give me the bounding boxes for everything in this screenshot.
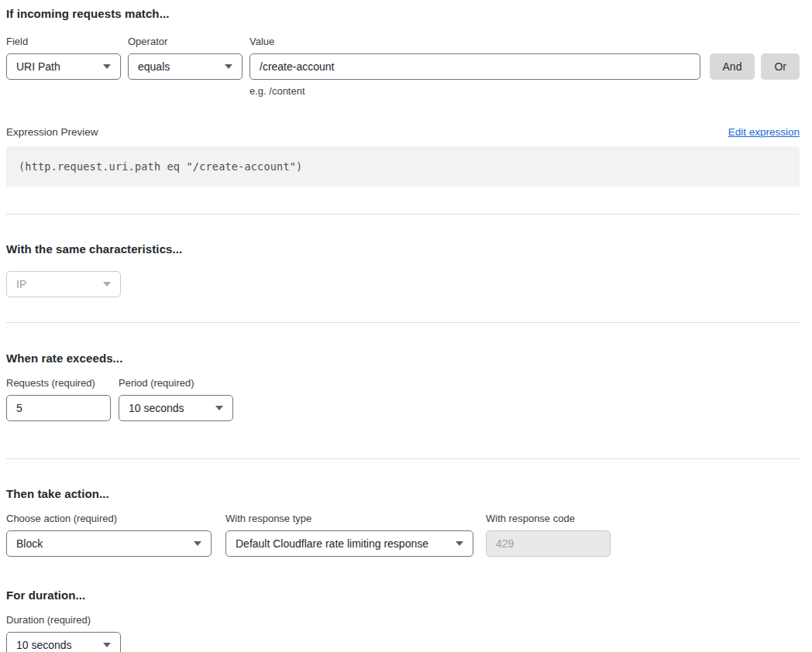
expression-preview-label: Expression Preview bbox=[6, 126, 98, 138]
action-select[interactable]: Block bbox=[6, 530, 212, 557]
characteristic-select-value: IP bbox=[16, 278, 26, 290]
action-section-heading: Then take action... bbox=[6, 487, 800, 500]
caret-down-icon bbox=[225, 64, 232, 69]
match-section-heading: If incoming requests match... bbox=[6, 7, 800, 20]
action-row: Choose action (required) Block With resp… bbox=[6, 513, 800, 557]
caret-down-icon bbox=[456, 541, 463, 546]
duration-section-heading: For duration... bbox=[6, 589, 800, 602]
field-select[interactable]: URI Path bbox=[6, 53, 121, 80]
operator-label: Operator bbox=[128, 36, 243, 48]
rate-row: Requests (required) Period (required) 10… bbox=[6, 377, 800, 421]
choose-action-label: Choose action (required) bbox=[6, 513, 212, 525]
field-select-value: URI Path bbox=[16, 60, 60, 73]
caret-down-icon bbox=[103, 64, 111, 69]
duration-label: Duration (required) bbox=[6, 614, 800, 626]
section-divider bbox=[6, 322, 800, 323]
section-divider bbox=[6, 458, 800, 459]
response-type-select[interactable]: Default Cloudflare rate limiting respons… bbox=[225, 530, 473, 557]
or-button[interactable]: Or bbox=[761, 53, 800, 80]
caret-down-icon bbox=[215, 406, 223, 410]
characteristics-section-heading: With the same characteristics... bbox=[6, 242, 800, 256]
caret-down-icon bbox=[103, 643, 111, 647]
section-divider bbox=[6, 214, 800, 214]
expression-preview-code: (http.request.uri.path eq "/create-accou… bbox=[19, 160, 302, 173]
requests-input[interactable] bbox=[6, 395, 111, 421]
duration-group: Duration (required) 10 seconds bbox=[6, 614, 800, 652]
caret-down-icon bbox=[103, 282, 111, 287]
value-hint: e.g. /content bbox=[249, 85, 700, 97]
duration-select-value: 10 seconds bbox=[16, 639, 72, 651]
caret-down-icon bbox=[194, 541, 201, 546]
operator-select-value: equals bbox=[138, 60, 170, 73]
value-label: Value bbox=[249, 36, 700, 48]
period-select[interactable]: 10 seconds bbox=[119, 395, 233, 421]
response-type-select-value: Default Cloudflare rate limiting respons… bbox=[236, 537, 428, 550]
value-input[interactable] bbox=[249, 53, 700, 80]
operator-select[interactable]: equals bbox=[128, 53, 243, 80]
rate-section-heading: When rate exceeds... bbox=[6, 352, 800, 365]
characteristic-select: IP bbox=[6, 271, 121, 297]
condition-row: Field URI Path Operator equals Value e.g… bbox=[6, 36, 800, 97]
requests-label: Requests (required) bbox=[6, 377, 111, 389]
edit-expression-link[interactable]: Edit expression bbox=[728, 126, 800, 138]
response-type-label: With response type bbox=[225, 513, 473, 525]
response-code-label: With response code bbox=[486, 513, 611, 525]
expression-preview-header: Expression Preview Edit expression bbox=[6, 126, 800, 138]
duration-select[interactable]: 10 seconds bbox=[6, 632, 121, 652]
period-label: Period (required) bbox=[119, 377, 233, 389]
and-button[interactable]: And bbox=[710, 53, 755, 80]
action-select-value: Block bbox=[16, 537, 43, 550]
field-label: Field bbox=[6, 36, 121, 48]
expression-preview-box: (http.request.uri.path eq "/create-accou… bbox=[6, 146, 800, 187]
response-code-input bbox=[486, 530, 611, 557]
period-select-value: 10 seconds bbox=[129, 402, 184, 414]
